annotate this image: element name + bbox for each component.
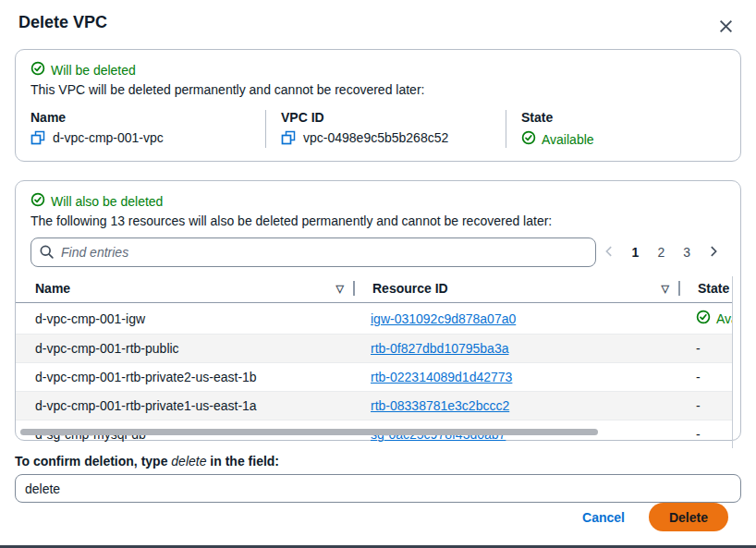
horizontal-scrollbar[interactable] bbox=[20, 429, 736, 436]
status-label: Will also be deleted bbox=[51, 194, 163, 209]
sort-icon[interactable]: ▽ bbox=[336, 283, 344, 295]
summary-fields: Name d-vpc-cmp-001-vpc VPC ID vpc-0498e9… bbox=[16, 110, 740, 148]
resource-name: d-vpc-cmp-001-rtb-private2-us-east-1b bbox=[16, 363, 353, 392]
copy-icon[interactable] bbox=[281, 130, 296, 145]
table-row: d-vpc-cmp-001-rtb-private2-us-east-1b rt… bbox=[16, 363, 733, 392]
status-label: Will be deleted bbox=[51, 63, 136, 78]
resources-table-viewport: Name ▽ Resource ID ▽ Sta bbox=[16, 276, 733, 448]
check-circle-icon bbox=[521, 130, 536, 148]
resource-name: d-vpc-cmp-001-rtb-public bbox=[16, 335, 353, 363]
resource-state: Available bbox=[716, 311, 733, 326]
table-tools: 1 2 3 bbox=[16, 237, 740, 267]
vpc-id-value: vpc-0498e9c5b5b268c52 bbox=[303, 130, 448, 145]
will-be-deleted-box: Will be deleted This VPC will be deleted… bbox=[15, 49, 741, 162]
column-header-resource-id[interactable]: Resource ID ▽ bbox=[353, 276, 678, 303]
search-input[interactable] bbox=[30, 237, 596, 267]
next-page-button[interactable] bbox=[701, 241, 726, 264]
dialog-footer: Cancel Delete bbox=[0, 503, 756, 548]
chevron-right-icon bbox=[707, 245, 720, 261]
copy-icon[interactable] bbox=[30, 130, 45, 145]
resources-description: The following 13 resources will also be … bbox=[16, 212, 740, 228]
scrollbar-thumb[interactable] bbox=[20, 429, 598, 435]
resource-name: d-vpc-cmp-001-rtb-private1-us-east-1a bbox=[16, 392, 353, 420]
page-button-1[interactable]: 1 bbox=[625, 241, 647, 263]
delete-vpc-dialog: Delete VPC Will be deleted This VPC will… bbox=[0, 0, 756, 548]
column-header-state[interactable]: State bbox=[678, 276, 733, 303]
resources-table: Name ▽ Resource ID ▽ Sta bbox=[16, 276, 733, 448]
page-title: Delete VPC bbox=[18, 13, 107, 32]
delete-button[interactable]: Delete bbox=[649, 503, 728, 531]
table-row: d-vpc-cmp-001-igw igw-031092c9d878a07a0 … bbox=[16, 303, 733, 335]
chevron-left-icon bbox=[603, 245, 616, 261]
field-state: State Available bbox=[506, 110, 740, 148]
field-state-label: State bbox=[521, 110, 726, 125]
pagination: 1 2 3 bbox=[596, 241, 726, 264]
cancel-button[interactable]: Cancel bbox=[582, 510, 625, 525]
resource-name: d-vpc-cmp-001-igw bbox=[16, 303, 353, 335]
confirm-instruction: To confirm deletion, type delete in the … bbox=[15, 454, 741, 469]
confirm-delete-input[interactable] bbox=[15, 474, 741, 503]
vpc-state-value: Available bbox=[542, 132, 594, 147]
table-row: d-vpc-cmp-001-rtb-public rtb-0f827dbd107… bbox=[16, 335, 733, 363]
vpc-name-value: d-vpc-cmp-001-vpc bbox=[53, 130, 164, 145]
resource-id-link[interactable]: igw-031092c9d878a07a0 bbox=[371, 311, 516, 326]
field-name-label: Name bbox=[30, 110, 250, 125]
summary-description: This VPC will be deleted permanently and… bbox=[16, 80, 740, 97]
check-circle-icon bbox=[30, 61, 45, 79]
will-be-deleted-status: Will be deleted bbox=[16, 61, 740, 79]
resource-id-link[interactable]: rtb-0f827dbd10795ba3a bbox=[371, 341, 508, 356]
close-icon bbox=[718, 18, 734, 34]
resource-state: - bbox=[678, 363, 733, 392]
field-name: Name d-vpc-cmp-001-vpc bbox=[16, 110, 265, 148]
field-vpc-id: VPC ID vpc-0498e9c5b5b268c52 bbox=[265, 110, 506, 148]
sort-icon[interactable]: ▽ bbox=[662, 283, 669, 295]
previous-page-button[interactable] bbox=[597, 241, 621, 264]
check-circle-icon bbox=[30, 192, 45, 210]
page-button-2[interactable]: 2 bbox=[650, 241, 672, 263]
page-button-3[interactable]: 3 bbox=[676, 241, 698, 263]
column-header-name[interactable]: Name ▽ bbox=[16, 276, 353, 303]
will-also-be-deleted-box: Will also be deleted The following 13 re… bbox=[15, 180, 741, 441]
confirm-keyword: delete bbox=[171, 454, 206, 469]
close-button[interactable] bbox=[714, 15, 738, 38]
resource-id-link[interactable]: rtb-08338781e3c2bccc2 bbox=[371, 398, 509, 413]
check-circle-icon bbox=[696, 310, 711, 327]
resource-state: - bbox=[678, 392, 733, 420]
field-vpc-id-label: VPC ID bbox=[281, 110, 491, 125]
dialog-header: Delete VPC bbox=[0, 0, 756, 43]
resource-id-link[interactable]: rtb-022314089d1d42773 bbox=[371, 370, 512, 384]
will-also-be-deleted-status: Will also be deleted bbox=[16, 192, 740, 210]
resource-state: - bbox=[678, 335, 733, 363]
table-row: d-vpc-cmp-001-rtb-private1-us-east-1a rt… bbox=[16, 392, 733, 420]
